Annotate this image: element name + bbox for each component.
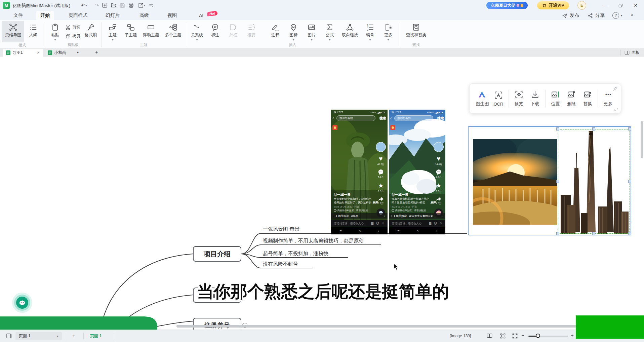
- icon-marker-button[interactable]: 图标 ▾: [284, 21, 303, 41]
- search-button[interactable]: 搜索: [379, 116, 386, 121]
- resize-handle-se[interactable]: [628, 232, 631, 235]
- floating-topic-button[interactable]: 浮动主题: [140, 21, 162, 38]
- author-avatar[interactable]: [434, 142, 444, 152]
- relationship-button[interactable]: 关系线 ▾: [188, 21, 206, 41]
- redo-button[interactable]: ↷: [93, 2, 101, 9]
- formula-button[interactable]: 公式 ▾: [321, 21, 339, 41]
- menu-ai[interactable]: AI: [195, 11, 207, 20]
- resize-handle-w[interactable]: [556, 180, 559, 183]
- zoom-out-button[interactable]: −: [521, 333, 524, 338]
- callout-button[interactable]: 标注: [206, 21, 224, 38]
- more-insert-button[interactable]: 更多 ▾: [379, 21, 397, 41]
- back-icon[interactable]: ‹: [332, 116, 334, 120]
- horizontal-scrollbar[interactable]: [176, 325, 629, 328]
- vertical-scrollbar[interactable]: [641, 121, 643, 158]
- multiple-topics-button[interactable]: 多个主题: [162, 21, 184, 38]
- promo-banner[interactable]: 亿图夏日大促: [486, 2, 528, 9]
- nav-home-icon[interactable]: ○: [416, 229, 419, 233]
- topic-node-intro[interactable]: 项目介绍: [193, 246, 241, 262]
- like-button[interactable]: ♥46.2万: [377, 155, 385, 166]
- back-icon[interactable]: ‹: [390, 116, 392, 120]
- emoji-grid-icon[interactable]: ▦: [371, 222, 374, 225]
- smiley-icon[interactable]: ☺: [381, 222, 385, 225]
- mindmap-mode-button[interactable]: 思维导图: [2, 21, 24, 42]
- export-button[interactable]: ▾: [136, 2, 147, 9]
- resize-handle-e[interactable]: [628, 180, 631, 183]
- save-button[interactable]: [118, 2, 126, 9]
- ai-assistant-bubble[interactable]: [12, 293, 32, 313]
- search-button[interactable]: 搜索: [437, 116, 444, 121]
- mention-icon[interactable]: @: [376, 222, 379, 225]
- subtopic-button[interactable]: 子主题: [122, 21, 140, 38]
- undo-button[interactable]: ↶▾: [80, 2, 88, 9]
- menu-file[interactable]: 文件: [9, 11, 27, 20]
- page-panel-icon[interactable]: [5, 333, 12, 339]
- note-button[interactable]: 注释: [266, 21, 284, 38]
- resize-handle-nw[interactable]: [556, 127, 559, 130]
- waterfall-image[interactable]: [473, 139, 557, 225]
- author-name[interactable]: @一城一景: [334, 192, 351, 197]
- close-tab-icon[interactable]: ✕: [37, 51, 40, 54]
- nav-menu-icon[interactable]: ≡: [397, 229, 399, 233]
- zoom-in-button[interactable]: ＋: [570, 333, 574, 339]
- menu-slides[interactable]: 幻灯片: [102, 11, 124, 20]
- picture-button[interactable]: 图片 ▾: [303, 21, 321, 41]
- emoji-grid-icon[interactable]: ▦: [429, 222, 432, 225]
- favorite-button[interactable]: ★1.9万: [378, 182, 384, 193]
- nav-home-icon[interactable]: ○: [359, 229, 361, 233]
- menu-view[interactable]: 视图: [163, 11, 181, 20]
- image-to-image-button[interactable]: 图生图: [474, 90, 490, 107]
- ocr-button[interactable]: OCR: [490, 91, 507, 107]
- help-caret-icon[interactable]: ▾: [621, 14, 622, 17]
- branch-label-1[interactable]: 一张风景图 奇景: [263, 226, 299, 232]
- avatar[interactable]: E: [577, 1, 586, 10]
- replace-image-button[interactable]: 替换: [579, 90, 596, 107]
- format-painter-button[interactable]: 格式刷: [82, 21, 100, 38]
- branch-label-3[interactable]: 起号简单，不投抖加，涨粉快: [263, 251, 328, 257]
- comment-button[interactable]: 5.2万: [378, 169, 384, 179]
- active-page-label[interactable]: 页面-1: [90, 333, 102, 339]
- cut-button[interactable]: 剪切: [66, 25, 80, 30]
- search-input[interactable]: 搜你想看的: [394, 115, 433, 121]
- comment-input[interactable]: 善语结善缘，恶语伤人心 ▦@☺: [389, 220, 445, 227]
- resize-handle-sw[interactable]: [556, 232, 559, 235]
- collapse-handle-icon[interactable]: [242, 293, 247, 298]
- share-button-phone[interactable]: 4.5万: [436, 196, 442, 205]
- help-button[interactable]: ?: [612, 12, 619, 19]
- resize-corner-icon[interactable]: [614, 108, 618, 111]
- numbering-button[interactable]: 123 编号 ▾: [361, 21, 379, 41]
- nav-back-icon[interactable]: ‹: [378, 229, 379, 233]
- position-button[interactable]: 位置: [547, 90, 563, 107]
- new-document-button[interactable]: [101, 2, 109, 9]
- resize-handle-ne[interactable]: [628, 127, 631, 130]
- comment-input[interactable]: 善语结善缘，恶语伤人心 ▦@☺: [331, 220, 388, 227]
- publish-button[interactable]: 发布: [562, 11, 579, 20]
- more-image-actions-button[interactable]: ⋯ 更多: [600, 90, 616, 107]
- add-page-button[interactable]: ＋: [71, 333, 76, 339]
- mention-icon[interactable]: @: [434, 222, 437, 225]
- map-canvas[interactable]: 晚上7:22 5.8K/s▂▄▆ ‹ 搜你想看的 搜索 ♥46.2万 5.2万 …: [0, 56, 644, 330]
- related-search-bar[interactable]: 相关搜索 · 盘点那些有趣的云彩 ›: [389, 213, 445, 219]
- image-group-selection[interactable]: [468, 126, 631, 235]
- branch-label-4[interactable]: 没有风险不封号: [263, 261, 298, 267]
- nav-back-icon[interactable]: ‹: [436, 229, 437, 233]
- pin-toolbar-icon[interactable]: [613, 86, 617, 91]
- restore-button[interactable]: [613, 0, 628, 11]
- smiley-icon[interactable]: ☺: [439, 222, 442, 225]
- zoom-slider-knob[interactable]: [536, 334, 540, 338]
- outline-mode-button[interactable]: 大纲: [24, 21, 42, 38]
- copy-button[interactable]: 拷贝: [66, 33, 80, 39]
- open-file-button[interactable]: [110, 2, 118, 9]
- red-packet-badge[interactable]: [390, 125, 395, 130]
- menu-page-style[interactable]: 页面样式: [65, 11, 91, 20]
- like-button[interactable]: ♥14.0万: [435, 155, 442, 166]
- red-packet-badge[interactable]: [332, 125, 337, 130]
- menu-advanced[interactable]: 高级: [135, 11, 153, 20]
- expand-link[interactable]: 展开: [431, 201, 436, 204]
- fit-page-icon[interactable]: [500, 333, 506, 339]
- favorite-button[interactable]: ★6.6万: [436, 182, 442, 193]
- expand-link[interactable]: 展开: [373, 201, 378, 204]
- branch-label-2[interactable]: 视频制作简单，不用太高剪辑技巧，都是原创: [263, 238, 364, 244]
- share-button[interactable]: 分享: [588, 11, 605, 20]
- nav-menu-icon[interactable]: ≡: [339, 229, 341, 233]
